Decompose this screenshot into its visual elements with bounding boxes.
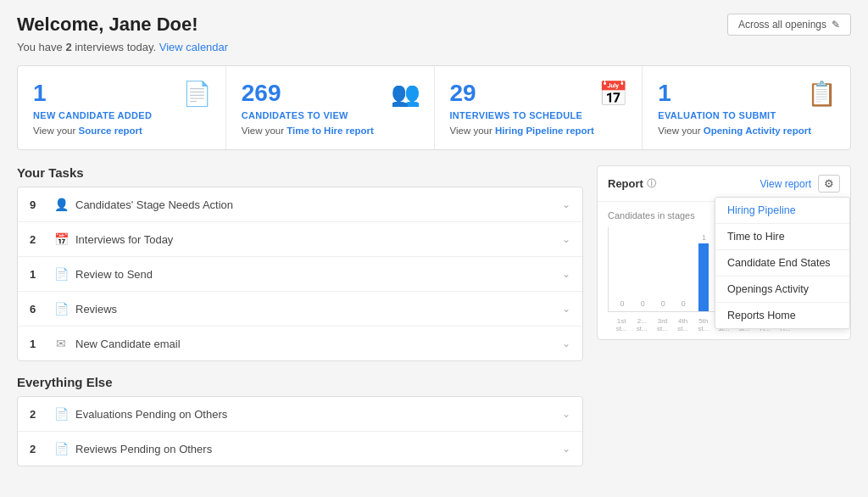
dropdown-item[interactable]: Time to Hire bbox=[715, 224, 849, 250]
task-list: 9 👤 Candidates' Stage Needs Action ⌄ 2 📅… bbox=[17, 187, 583, 361]
task-chevron-icon: ⌄ bbox=[562, 303, 570, 315]
bar bbox=[698, 243, 709, 311]
tasks-section-title: Your Tasks bbox=[17, 165, 583, 180]
task-icon: 📄 bbox=[53, 302, 69, 316]
task-icon: 📅 bbox=[53, 232, 69, 246]
task-item[interactable]: 2 📅 Interviews for Today ⌄ bbox=[18, 222, 582, 257]
stat-link-0[interactable]: Source report bbox=[78, 126, 142, 136]
dropdown-item[interactable]: Openings Activity bbox=[715, 276, 849, 303]
bar-x-label: 5th st... bbox=[693, 317, 714, 332]
stat-label-3: EVALUATION TO SUBMIT bbox=[658, 110, 835, 120]
task-name: Review to Send bbox=[75, 268, 562, 281]
stat-icon-3: 📋 bbox=[807, 80, 837, 108]
task-count: 9 bbox=[30, 198, 45, 211]
everything-icon: 📄 bbox=[53, 407, 69, 421]
task-chevron-icon: ⌄ bbox=[562, 338, 570, 349]
bar-value: 0 bbox=[620, 299, 625, 308]
bar bbox=[637, 310, 648, 311]
everything-name: Reviews Pending on Others bbox=[75, 443, 562, 455]
stat-desc-0: View your Source report bbox=[33, 126, 210, 136]
welcome-title: Welcome, Jane Doe! bbox=[17, 14, 198, 36]
bar-column: 0 bbox=[653, 299, 673, 311]
bar-column: 0 bbox=[673, 299, 693, 311]
stat-label-1: CANDIDATES TO VIEW bbox=[242, 110, 419, 120]
everything-chevron-icon: ⌄ bbox=[562, 443, 570, 455]
task-count: 1 bbox=[30, 268, 45, 281]
bar bbox=[678, 310, 688, 311]
everything-item[interactable]: 2 📄 Reviews Pending on Others ⌄ bbox=[18, 432, 582, 466]
task-count: 2 bbox=[30, 233, 45, 246]
sub-header: You have 2 interviews today. View calend… bbox=[17, 41, 851, 53]
bar-x-label: 1st st... bbox=[611, 317, 632, 332]
task-name: Interviews for Today bbox=[75, 233, 562, 246]
everything-icon: 📄 bbox=[53, 442, 69, 455]
dropdown-item[interactable]: Hiring Pipeline bbox=[715, 198, 849, 224]
stat-icon-0: 📄 bbox=[182, 80, 212, 108]
everything-item[interactable]: 2 📄 Evaluations Pending on Others ⌄ bbox=[18, 397, 582, 432]
task-name: New Candidate email bbox=[75, 338, 562, 350]
bar-x-label: 3rd st... bbox=[652, 317, 672, 332]
stats-row: 📄 1 NEW CANDIDATE ADDED View your Source… bbox=[17, 65, 851, 150]
interview-count: 2 bbox=[65, 41, 71, 53]
task-name: Candidates' Stage Needs Action bbox=[75, 198, 562, 211]
bar bbox=[658, 310, 668, 311]
task-item[interactable]: 1 📄 Review to Send ⌄ bbox=[18, 257, 582, 292]
dropdown-item[interactable]: Candidate End States bbox=[715, 250, 849, 276]
report-dropdown: Hiring PipelineTime to HireCandidate End… bbox=[715, 197, 850, 329]
stat-label-2: INTERVIEWS TO SCHEDULE bbox=[450, 110, 627, 120]
task-item[interactable]: 6 📄 Reviews ⌄ bbox=[18, 292, 582, 327]
bar-value: 0 bbox=[641, 299, 645, 308]
report-gear-button[interactable]: ⚙ bbox=[818, 175, 840, 193]
edit-icon: ✎ bbox=[832, 19, 840, 31]
stat-label-0: NEW CANDIDATE ADDED bbox=[33, 110, 210, 120]
stat-icon-1: 👥 bbox=[391, 80, 420, 108]
stat-card-0[interactable]: 📄 1 NEW CANDIDATE ADDED View your Source… bbox=[18, 66, 226, 149]
stat-desc-2: View your Hiring Pipeline report bbox=[450, 126, 627, 136]
stat-link-1[interactable]: Time to Hire report bbox=[287, 126, 374, 136]
task-item[interactable]: 9 👤 Candidates' Stage Needs Action ⌄ bbox=[18, 187, 582, 222]
task-count: 1 bbox=[30, 338, 45, 350]
task-chevron-icon: ⌄ bbox=[562, 268, 570, 280]
task-name: Reviews bbox=[75, 303, 562, 316]
report-panel: Report ⓘ View report ⚙ Candidates in sta… bbox=[597, 165, 851, 340]
view-report-link[interactable]: View report bbox=[760, 178, 811, 190]
info-icon: ⓘ bbox=[647, 177, 656, 190]
task-chevron-icon: ⌄ bbox=[562, 233, 570, 245]
everything-count: 2 bbox=[30, 408, 45, 421]
stat-card-2[interactable]: 📅 29 INTERVIEWS TO SCHEDULE View your Hi… bbox=[435, 66, 643, 149]
task-chevron-icon: ⌄ bbox=[562, 198, 570, 210]
report-title: Report ⓘ bbox=[608, 177, 656, 190]
stat-link-2[interactable]: Hiring Pipeline report bbox=[495, 126, 594, 136]
across-openings-button[interactable]: Across all openings ✎ bbox=[727, 14, 851, 36]
stat-desc-1: View your Time to Hire report bbox=[242, 126, 419, 136]
task-icon: ✉ bbox=[53, 337, 69, 350]
stat-icon-2: 📅 bbox=[598, 80, 628, 108]
bar-column: 1 bbox=[693, 233, 714, 311]
everything-count: 2 bbox=[30, 443, 45, 455]
everything-name: Evaluations Pending on Others bbox=[75, 408, 562, 421]
stat-desc-3: View your Opening Activity report bbox=[658, 126, 835, 136]
bar-column: 0 bbox=[632, 299, 653, 311]
bar bbox=[617, 310, 627, 311]
everything-list: 2 📄 Evaluations Pending on Others ⌄ 2 📄 … bbox=[17, 396, 583, 466]
everything-chevron-icon: ⌄ bbox=[562, 408, 570, 420]
task-icon: 📄 bbox=[53, 267, 69, 281]
stat-card-1[interactable]: 👥 269 CANDIDATES TO VIEW View your Time … bbox=[226, 66, 435, 149]
bar-value: 1 bbox=[702, 233, 706, 242]
stat-link-3[interactable]: Opening Activity report bbox=[704, 126, 811, 136]
bar-x-label: 2... st... bbox=[632, 317, 652, 332]
dropdown-item[interactable]: Reports Home bbox=[715, 303, 849, 328]
bar-x-label: 4th st... bbox=[673, 317, 693, 332]
task-icon: 👤 bbox=[53, 198, 69, 211]
task-item[interactable]: 1 ✉ New Candidate email ⌄ bbox=[18, 327, 582, 360]
view-calendar-link[interactable]: View calendar bbox=[159, 41, 228, 53]
across-openings-label: Across all openings bbox=[738, 19, 826, 31]
bar-value: 0 bbox=[682, 299, 686, 308]
bar-value: 0 bbox=[661, 299, 665, 308]
bar-column: 0 bbox=[612, 299, 632, 311]
everything-section-title: Everything Else bbox=[17, 375, 583, 389]
stat-card-3[interactable]: 📋 1 EVALUATION TO SUBMIT View your Openi… bbox=[643, 66, 850, 149]
task-count: 6 bbox=[30, 303, 45, 316]
